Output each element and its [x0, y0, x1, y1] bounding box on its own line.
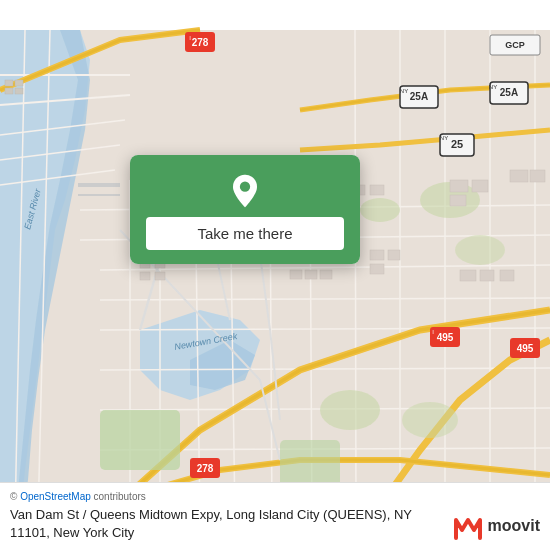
svg-text:25A: 25A [500, 87, 518, 98]
svg-rect-88 [530, 170, 545, 182]
popup-header: Take me there [130, 155, 360, 264]
svg-text:278: 278 [192, 37, 209, 48]
osm-attribution: © OpenStreetMap contributors [10, 491, 444, 502]
svg-text:278: 278 [197, 463, 214, 474]
svg-rect-85 [472, 180, 488, 192]
svg-rect-77 [155, 272, 165, 280]
map-container: 278 I 278 25A NY 25 NY 495 I 495 GCP 25A… [0, 0, 550, 550]
svg-rect-92 [5, 80, 13, 86]
svg-text:25A: 25A [410, 91, 428, 102]
svg-rect-86 [450, 195, 466, 206]
svg-text:NY: NY [440, 135, 448, 141]
svg-rect-93 [15, 80, 23, 86]
svg-point-54 [402, 402, 458, 438]
svg-text:25: 25 [451, 138, 463, 150]
svg-rect-83 [370, 264, 384, 274]
svg-rect-90 [480, 270, 494, 281]
svg-text:GCP: GCP [505, 40, 525, 50]
svg-rect-95 [15, 88, 23, 94]
svg-point-50 [360, 198, 400, 222]
svg-text:NY: NY [400, 88, 408, 94]
svg-rect-80 [320, 270, 332, 279]
svg-rect-89 [460, 270, 476, 281]
moovit-brand-name: moovit [488, 517, 540, 535]
svg-text:495: 495 [437, 332, 454, 343]
svg-rect-91 [500, 270, 514, 281]
copyright-symbol: © [10, 491, 17, 502]
moovit-logo: moovit [452, 510, 540, 542]
bottom-left-content: © OpenStreetMap contributors Van Dam St … [10, 491, 444, 542]
svg-rect-79 [305, 270, 317, 279]
location-address: Van Dam St / Queens Midtown Expy, Long I… [10, 506, 444, 542]
osm-link[interactable]: OpenStreetMap [20, 491, 91, 502]
svg-rect-81 [370, 250, 384, 260]
svg-rect-76 [140, 272, 150, 280]
svg-rect-82 [388, 250, 400, 260]
svg-text:NY: NY [489, 84, 497, 90]
svg-point-53 [320, 390, 380, 430]
svg-rect-73 [370, 185, 384, 195]
map-background: 278 I 278 25A NY 25 NY 495 I 495 GCP 25A… [0, 0, 550, 550]
svg-rect-84 [450, 180, 468, 192]
take-me-there-button[interactable]: Take me there [146, 217, 344, 250]
osm-contributors: contributors [94, 491, 146, 502]
svg-rect-94 [5, 88, 13, 94]
moovit-logo-icon [452, 510, 484, 542]
svg-point-52 [455, 235, 505, 265]
map-pin-icon [227, 173, 263, 209]
svg-rect-55 [100, 410, 180, 470]
svg-rect-78 [290, 270, 302, 279]
location-popup: Take me there [130, 155, 360, 264]
svg-point-97 [240, 182, 250, 192]
bottom-info-bar: © OpenStreetMap contributors Van Dam St … [0, 482, 550, 550]
svg-text:495: 495 [517, 343, 534, 354]
svg-rect-87 [510, 170, 528, 182]
